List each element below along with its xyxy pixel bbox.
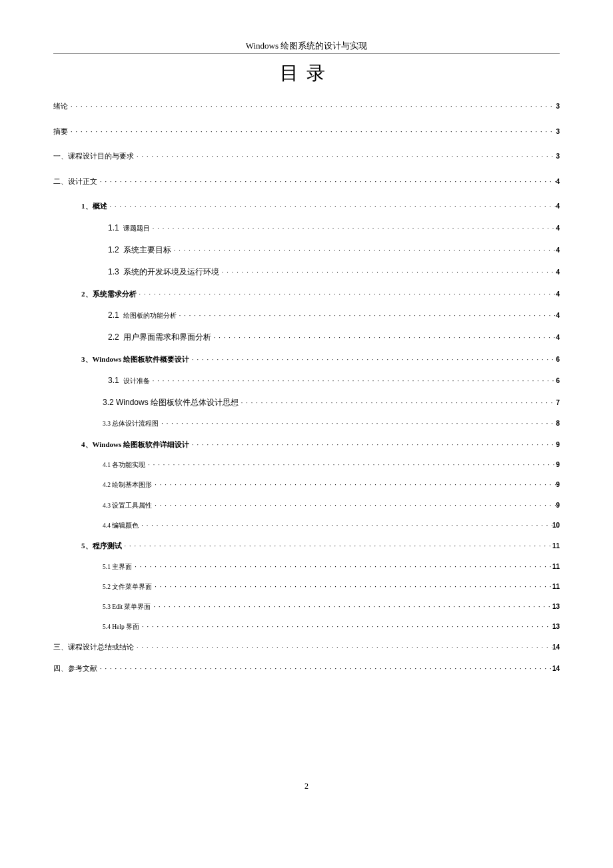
toc-entry-page: 13 (552, 622, 560, 632)
toc-leader-dots (152, 582, 552, 592)
toc-entry: 3.2 Windows 绘图板软件总体设计思想7 (53, 396, 560, 409)
toc-leader-dots (97, 663, 552, 674)
toc-entry-page: 4 (556, 332, 560, 343)
toc-entry-label: 绪论 (53, 101, 68, 113)
toc-entry-page: 6 (556, 376, 560, 386)
toc-entry-page: 9 (556, 460, 560, 470)
toc-entry: 1.3 系统的开发坏境及运行环境4 (53, 266, 560, 278)
toc-entry-label: 2、系统需求分析 (81, 288, 137, 300)
toc-entry-page: 11 (552, 562, 560, 572)
toc-entry: 三、课程设计总结或结论14 (53, 642, 560, 653)
toc-entry-label: 四、参考文献 (53, 663, 97, 675)
toc-entry: 摘要3 (53, 126, 560, 138)
toc-entry: 5、程序测试11 (53, 540, 560, 552)
toc-entry-label: 4、Windows 绘图板软件详细设计 (81, 439, 189, 451)
toc-leader-dots (107, 201, 556, 212)
toc-entry-page: 14 (552, 663, 560, 674)
toc-leader-dots (189, 354, 556, 365)
toc-entry: 3、Windows 绘图板软件概要设计6 (53, 354, 560, 366)
toc-entry-label: 2.1 绘图板的功能分析 (108, 309, 177, 322)
toc-entry-page: 4 (556, 289, 560, 300)
toc-leader-dots (177, 310, 556, 321)
toc-leader-dots (97, 177, 556, 187)
toc-entry-page: 13 (552, 602, 560, 612)
toc-leader-dots (211, 332, 556, 343)
toc-leader-dots (152, 500, 556, 511)
toc-entry: 4.2 绘制基本图形9 (53, 480, 560, 490)
toc-leader-dots (151, 602, 552, 612)
toc-entry: 1、概述4 (53, 201, 560, 213)
toc-entry-label: 5.4 Help 界面 (103, 622, 139, 632)
toc-leader-dots (132, 562, 552, 572)
toc-entry-page: 9 (556, 500, 560, 511)
toc-leader-dots (150, 376, 556, 386)
toc-entry-label: 1.3 系统的开发坏境及运行环境 (108, 266, 219, 278)
toc-entry-label: 4.1 各功能实现 (103, 460, 145, 470)
toc-entry-label: 3.3 总体设计流程图 (103, 419, 159, 429)
toc-entry-page: 4 (556, 267, 560, 278)
toc-entry: 4.1 各功能实现9 (53, 460, 560, 470)
table-of-contents: 绪论3摘要3一、课程设计目的与要求3二、设计正文41、概述41.1 课题题目41… (53, 101, 560, 675)
toc-entry-label: 三、课程设计总结或结论 (53, 642, 134, 653)
document-page: Windows 绘图系统的设计与实现 目录 绪论3摘要3一、课程设计目的与要求3… (0, 0, 613, 818)
toc-entry-page: 4 (556, 245, 560, 256)
toc-entry-label: 3、Windows 绘图板软件概要设计 (81, 354, 189, 366)
toc-entry-page: 3 (556, 127, 560, 137)
toc-entry-label: 5.1 主界面 (103, 562, 132, 572)
toc-leader-dots (189, 440, 556, 450)
toc-entry-label: 5、程序测试 (81, 540, 122, 552)
toc-entry-page: 9 (556, 440, 560, 450)
toc-entry-label: 1.1 课题题目 (108, 222, 150, 234)
toc-leader-dots (134, 642, 552, 653)
toc-leader-dots (68, 101, 556, 112)
toc-entry-label: 摘要 (53, 126, 68, 138)
toc-entry: 5.3 Edit 菜单界面13 (53, 602, 560, 612)
toc-entry-page: 9 (556, 480, 560, 490)
toc-leader-dots (219, 267, 556, 278)
toc-entry-label: 5.3 Edit 菜单界面 (103, 602, 151, 612)
toc-entry-label: 3.1 设计准备 (108, 374, 150, 387)
toc-entry: 四、参考文献14 (53, 663, 560, 675)
toc-leader-dots (145, 460, 556, 470)
toc-entry-label: 1、概述 (81, 201, 107, 213)
toc-entry: 5.2 文件菜单界面11 (53, 582, 560, 592)
toc-entry: 二、设计正文4 (53, 176, 560, 188)
toc-entry-label: 4.2 绘制基本图形 (103, 480, 152, 490)
toc-entry-page: 4 (556, 223, 560, 234)
toc-entry-page: 4 (556, 201, 560, 212)
toc-entry-page: 14 (552, 642, 560, 653)
toc-entry: 2、系统需求分析4 (53, 288, 560, 300)
toc-entry-page: 11 (552, 582, 560, 592)
toc-leader-dots (152, 480, 556, 490)
toc-entry-label: 4.4 编辑颜色 (103, 521, 139, 531)
toc-entry: 5.1 主界面11 (53, 562, 560, 572)
toc-entry-label: 二、设计正文 (53, 176, 97, 188)
toc-entry-page: 6 (556, 354, 560, 365)
toc-entry: 4、Windows 绘图板软件详细设计9 (53, 439, 560, 451)
toc-entry: 3.3 总体设计流程图8 (53, 418, 560, 429)
toc-entry: 3.1 设计准备6 (53, 374, 560, 387)
header-rule (53, 53, 560, 54)
toc-entry: 5.4 Help 界面13 (53, 622, 560, 632)
toc-leader-dots (239, 398, 556, 408)
toc-entry: 1.1 课题题目4 (53, 222, 560, 234)
page-number-footer: 2 (53, 781, 560, 791)
toc-leader-dots (139, 622, 552, 632)
toc-entry-label: 4.3 设置工具属性 (103, 501, 152, 511)
toc-entry-page: 11 (552, 541, 560, 552)
toc-leader-dots (134, 151, 556, 162)
toc-entry-label: 2.2 用户界面需求和界面分析 (108, 331, 211, 344)
toc-entry: 1.2 系统主要目标4 (53, 244, 560, 256)
toc-entry-label: 5.2 文件菜单界面 (103, 582, 152, 592)
toc-entry-label: 一、课程设计目的与要求 (53, 151, 134, 163)
toc-entry-page: 10 (552, 520, 560, 531)
toc-entry: 2.1 绘图板的功能分析4 (53, 309, 560, 322)
toc-entry-label: 1.2 系统主要目标 (108, 244, 171, 256)
toc-entry: 4.3 设置工具属性9 (53, 500, 560, 511)
toc-entry: 一、课程设计目的与要求3 (53, 151, 560, 163)
toc-leader-dots (150, 223, 556, 234)
toc-entry-page: 8 (556, 418, 560, 429)
toc-leader-dots (137, 289, 556, 300)
running-header: Windows 绘图系统的设计与实现 (53, 40, 560, 52)
toc-entry: 4.4 编辑颜色10 (53, 520, 560, 531)
